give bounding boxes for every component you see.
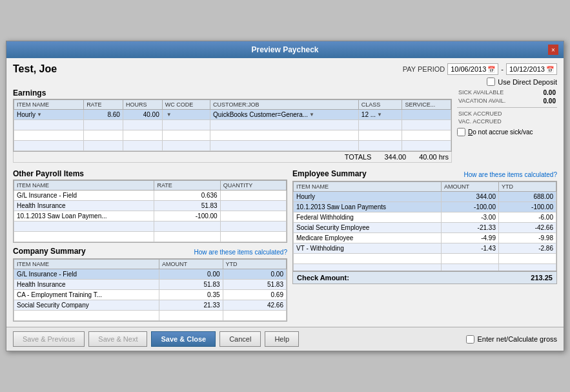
es-item-1[interactable]: 10.1.2013 Saw Loan Payments [294, 202, 442, 212]
cs-ytd-1[interactable]: 51.83 [223, 280, 286, 290]
cs-item-1[interactable]: Health Insurance [14, 280, 159, 290]
employee-summary-scroll[interactable]: ITEM NAME AMOUNT YTD Hourly 344.00 688.0… [292, 181, 557, 271]
op-item-2[interactable]: 10.1.2013 Saw Loan Paymen... [14, 211, 154, 222]
op-row-empty2[interactable] [14, 232, 287, 242]
earnings-row[interactable]: Hourly ▼ 8.60 40.00 [14, 110, 451, 120]
cs-row-2[interactable]: CA - Employment Training T... 0.35 0.69 [14, 290, 287, 300]
es-amount-5[interactable]: -1.43 [441, 243, 498, 254]
save-next-button[interactable]: Save & Next [88, 331, 147, 347]
help-button[interactable]: Help [265, 331, 299, 347]
es-item-0[interactable]: Hourly [294, 192, 442, 202]
dropdown-arrow[interactable]: ▼ [37, 112, 42, 118]
es-amount-4[interactable]: -4.99 [441, 233, 498, 243]
earnings-customer-job[interactable]: QuickBooks Customer=Genera... ▼ [210, 110, 359, 120]
header-row: Test, Joe PAY PERIOD 10/06/2013 📅 - 10/1… [13, 63, 557, 75]
company-how-calc-link[interactable]: How are these items calculated? [194, 249, 287, 256]
es-amount-3[interactable]: -21.33 [441, 223, 498, 233]
calendar-icon-from[interactable]: 📅 [487, 66, 495, 73]
es-ytd-0[interactable]: 688.00 [498, 192, 556, 202]
col-hours: HOURS [123, 100, 162, 110]
es-amount-0[interactable]: 344.00 [441, 192, 498, 202]
earnings-wc-code[interactable]: ▼ [162, 110, 210, 120]
op-qty-2[interactable] [220, 211, 286, 222]
es-amount-1[interactable]: -100.00 [441, 202, 498, 212]
es-item-3[interactable]: Social Security Employee [294, 223, 442, 233]
wc-dropdown-arrow[interactable]: ▼ [167, 112, 172, 118]
op-row-empty[interactable] [14, 222, 287, 232]
dialog-content: Test, Joe PAY PERIOD 10/06/2013 📅 - 10/1… [6, 58, 564, 327]
cs-ytd-2[interactable]: 0.69 [223, 290, 286, 300]
es-ytd-2[interactable]: -6.00 [498, 212, 556, 223]
cs-row-3[interactable]: Social Security Company 21.33 42.66 [14, 300, 287, 311]
es-row-1[interactable]: 10.1.2013 Saw Loan Payments -100.00 -100… [294, 202, 556, 212]
es-row-0[interactable]: Hourly 344.00 688.00 [294, 192, 556, 202]
earnings-row-empty-2[interactable] [14, 130, 451, 141]
preview-paycheck-dialog: Preview Paycheck × Test, Joe PAY PERIOD … [6, 41, 564, 351]
check-amount-value: 213.25 [531, 274, 553, 282]
es-item-2[interactable]: Federal Withholding [294, 212, 442, 223]
direct-deposit-checkbox[interactable] [487, 77, 495, 86]
cancel-button[interactable]: Cancel [219, 331, 261, 347]
op-row-2[interactable]: 10.1.2013 Saw Loan Paymen... -100.00 [14, 211, 287, 222]
cs-item-0[interactable]: G/L Insurance - Field [14, 269, 159, 280]
cs-ytd-0[interactable]: 0.00 [223, 269, 286, 280]
es-ytd-1[interactable]: -100.00 [498, 202, 556, 212]
cs-row-1[interactable]: Health Insurance 51.83 51.83 [14, 280, 287, 290]
es-row-5[interactable]: VT - Withholding -1.43 -2.86 [294, 243, 556, 254]
date-from-field[interactable]: 10/06/2013 📅 [447, 63, 498, 75]
es-row-empty[interactable] [294, 254, 556, 264]
op-rate-1[interactable]: 51.83 [154, 201, 220, 211]
cj-dropdown-arrow[interactable]: ▼ [309, 112, 314, 118]
earnings-hours[interactable]: 40.00 [123, 110, 162, 120]
earnings-row-empty-1[interactable] [14, 120, 451, 130]
enter-net-checkbox[interactable] [466, 335, 474, 344]
cs-amount-2[interactable]: 0.35 [159, 290, 223, 300]
es-ytd-5[interactable]: -2.86 [498, 243, 556, 254]
op-row-0[interactable]: G/L Insurance - Field 0.636 [14, 191, 287, 201]
es-item-5[interactable]: VT - Withholding [294, 243, 442, 254]
cs-ytd-3[interactable]: 42.66 [223, 300, 286, 311]
es-ytd-4[interactable]: -9.98 [498, 233, 556, 243]
cs-row-empty[interactable] [14, 311, 287, 321]
company-summary-scroll[interactable]: ITEM NAME AMOUNT YTD G/L Insurance - Fie… [13, 258, 287, 322]
earnings-scroll[interactable]: ITEM NAME RATE HOURS WC CODE CUSTOMER:JO… [13, 99, 452, 152]
es-row-3[interactable]: Social Security Employee -21.33 -42.66 [294, 223, 556, 233]
cs-amount-0[interactable]: 0.00 [159, 269, 223, 280]
close-button[interactable]: × [548, 45, 558, 55]
employee-how-calc-link[interactable]: How are these items calculated? [463, 171, 557, 178]
op-rate-0[interactable]: 0.636 [154, 191, 220, 201]
save-previous-button[interactable]: Save & Previous [13, 331, 85, 347]
es-row-2[interactable]: Federal Withholding -3.00 -6.00 [294, 212, 556, 223]
cs-amount-1[interactable]: 51.83 [159, 280, 223, 290]
op-qty-0[interactable] [220, 191, 286, 201]
op-rate-2[interactable]: -100.00 [154, 211, 220, 222]
cs-item-2[interactable]: CA - Employment Training T... [14, 290, 159, 300]
date-to-field[interactable]: 10/12/2013 📅 [506, 63, 557, 75]
es-row-empty2[interactable] [294, 264, 556, 272]
earnings-row-empty-3[interactable] [14, 141, 451, 151]
es-item-4[interactable]: Medicare Employee [294, 233, 442, 243]
save-close-button[interactable]: Save & Close [151, 331, 216, 347]
earnings-class[interactable]: 12 ... ▼ [358, 110, 402, 120]
es-row-4[interactable]: Medicare Employee -4.99 -9.98 [294, 233, 556, 243]
earnings-rate[interactable]: 8.60 [84, 110, 123, 120]
class-dropdown-arrow[interactable]: ▼ [377, 112, 382, 118]
op-item-0[interactable]: G/L Insurance - Field [14, 191, 154, 201]
cs-row-0[interactable]: G/L Insurance - Field 0.00 0.00 [14, 269, 287, 280]
no-accrue-checkbox[interactable] [457, 128, 465, 136]
op-item-1[interactable]: Health Insurance [14, 201, 154, 211]
calendar-icon-to[interactable]: 📅 [546, 66, 554, 73]
es-ytd-3[interactable]: -42.66 [498, 223, 556, 233]
earnings-service[interactable] [402, 110, 451, 120]
employee-summary-title: Employee Summary [292, 169, 367, 178]
op-qty-1[interactable] [220, 201, 286, 211]
cs-item-3[interactable]: Social Security Company [14, 300, 159, 311]
es-amount-2[interactable]: -3.00 [441, 212, 498, 223]
bottom-area: Other Payroll Items ITEM NAME RATE QUANT… [13, 169, 557, 322]
sick-available-row: SICK AVAILABLE 0.00 [457, 88, 557, 97]
cs-amount-3[interactable]: 21.33 [159, 300, 223, 311]
op-row-1[interactable]: Health Insurance 51.83 [14, 201, 287, 211]
op-col-item: ITEM NAME [14, 181, 154, 191]
earnings-item-name[interactable]: Hourly ▼ [14, 110, 84, 120]
other-payroll-scroll[interactable]: ITEM NAME RATE QUANTITY G/L Insurance - … [13, 180, 287, 243]
